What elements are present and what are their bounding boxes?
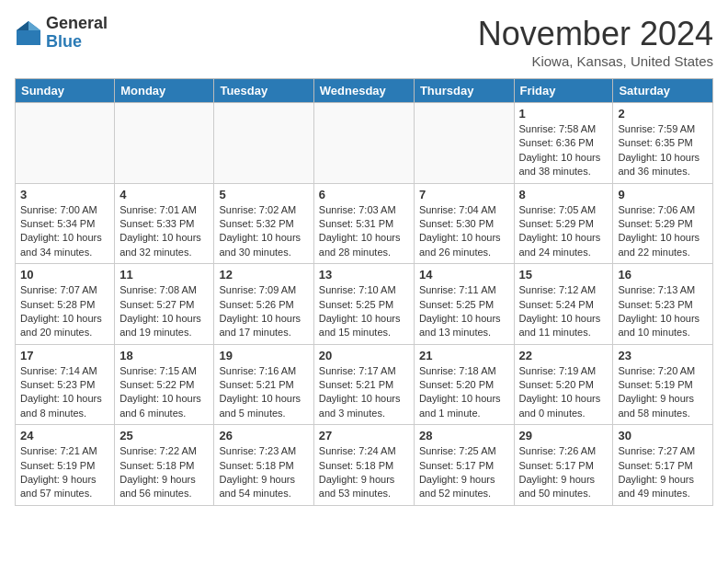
calendar-header-friday: Friday — [514, 79, 613, 103]
day-number: 15 — [519, 268, 609, 282]
day-number: 8 — [519, 188, 609, 201]
logo-icon — [15, 19, 42, 47]
calendar-header-tuesday: Tuesday — [214, 79, 313, 103]
calendar-week-row: 3Sunrise: 7:00 AMSunset: 5:34 PMDaylight… — [16, 183, 713, 264]
svg-marker-2 — [17, 21, 28, 30]
day-info: Sunrise: 7:26 AMSunset: 5:17 PMDaylight:… — [519, 444, 609, 501]
day-info: Sunrise: 7:05 AMSunset: 5:29 PMDaylight:… — [519, 203, 609, 260]
calendar-cell — [414, 103, 514, 184]
calendar-cell: 2Sunrise: 7:59 AMSunset: 6:35 PMDaylight… — [613, 103, 713, 184]
calendar-week-row: 17Sunrise: 7:14 AMSunset: 5:23 PMDayligh… — [16, 344, 713, 425]
calendar-header-row: SundayMondayTuesdayWednesdayThursdayFrid… — [16, 79, 713, 103]
day-info: Sunrise: 7:24 AMSunset: 5:18 PMDaylight:… — [319, 444, 409, 501]
calendar-cell: 18Sunrise: 7:15 AMSunset: 5:22 PMDayligh… — [115, 344, 214, 425]
calendar-table: SundayMondayTuesdayWednesdayThursdayFrid… — [15, 78, 713, 506]
day-number: 5 — [219, 188, 308, 201]
location: Kiowa, Kansas, United States — [478, 53, 713, 69]
day-info: Sunrise: 7:16 AMSunset: 5:21 PMDaylight:… — [219, 364, 308, 421]
calendar-cell: 17Sunrise: 7:14 AMSunset: 5:23 PMDayligh… — [16, 344, 115, 425]
calendar-cell: 24Sunrise: 7:21 AMSunset: 5:19 PMDayligh… — [16, 425, 115, 506]
day-info: Sunrise: 7:23 AMSunset: 5:18 PMDaylight:… — [219, 444, 308, 501]
calendar-cell: 19Sunrise: 7:16 AMSunset: 5:21 PMDayligh… — [214, 344, 313, 425]
day-number: 26 — [219, 429, 308, 442]
logo-blue: Blue — [46, 33, 108, 52]
calendar-week-row: 1Sunrise: 7:58 AMSunset: 6:36 PMDaylight… — [16, 103, 713, 184]
day-number: 7 — [419, 188, 509, 201]
calendar-cell: 7Sunrise: 7:04 AMSunset: 5:30 PMDaylight… — [414, 183, 514, 264]
day-number: 21 — [419, 349, 509, 362]
day-info: Sunrise: 7:10 AMSunset: 5:25 PMDaylight:… — [319, 283, 409, 340]
calendar-header-thursday: Thursday — [414, 79, 514, 103]
day-info: Sunrise: 7:27 AMSunset: 5:17 PMDaylight:… — [618, 444, 708, 501]
day-number: 25 — [119, 429, 209, 442]
calendar-cell: 27Sunrise: 7:24 AMSunset: 5:18 PMDayligh… — [313, 425, 414, 506]
day-number: 29 — [519, 429, 609, 442]
day-number: 11 — [119, 268, 209, 282]
calendar-header-saturday: Saturday — [613, 79, 713, 103]
day-number: 3 — [20, 188, 109, 201]
day-number: 14 — [419, 268, 509, 282]
calendar-week-row: 24Sunrise: 7:21 AMSunset: 5:19 PMDayligh… — [16, 425, 713, 506]
day-number: 13 — [319, 268, 409, 282]
calendar-cell — [214, 103, 313, 184]
logo-general: General — [46, 15, 108, 33]
day-number: 24 — [20, 429, 109, 442]
day-number: 12 — [219, 268, 308, 282]
day-info: Sunrise: 7:08 AMSunset: 5:27 PMDaylight:… — [119, 283, 209, 340]
calendar-cell: 1Sunrise: 7:58 AMSunset: 6:36 PMDaylight… — [514, 103, 613, 184]
calendar-cell: 29Sunrise: 7:26 AMSunset: 5:17 PMDayligh… — [514, 425, 613, 506]
day-number: 28 — [419, 429, 509, 442]
calendar-cell: 23Sunrise: 7:20 AMSunset: 5:19 PMDayligh… — [613, 344, 713, 425]
calendar-cell: 16Sunrise: 7:13 AMSunset: 5:23 PMDayligh… — [613, 264, 713, 345]
calendar-cell: 5Sunrise: 7:02 AMSunset: 5:32 PMDaylight… — [214, 183, 313, 264]
day-number: 20 — [319, 349, 409, 362]
day-info: Sunrise: 7:19 AMSunset: 5:20 PMDaylight:… — [519, 364, 609, 421]
day-info: Sunrise: 7:00 AMSunset: 5:34 PMDaylight:… — [20, 203, 109, 260]
calendar-cell: 10Sunrise: 7:07 AMSunset: 5:28 PMDayligh… — [16, 264, 115, 345]
day-info: Sunrise: 7:11 AMSunset: 5:25 PMDaylight:… — [419, 283, 509, 340]
calendar-cell: 4Sunrise: 7:01 AMSunset: 5:33 PMDaylight… — [115, 183, 214, 264]
day-info: Sunrise: 7:15 AMSunset: 5:22 PMDaylight:… — [119, 364, 209, 421]
day-info: Sunrise: 7:03 AMSunset: 5:31 PMDaylight:… — [319, 203, 409, 260]
calendar-cell: 12Sunrise: 7:09 AMSunset: 5:26 PMDayligh… — [214, 264, 313, 345]
day-info: Sunrise: 7:14 AMSunset: 5:23 PMDaylight:… — [20, 364, 109, 421]
calendar-cell: 11Sunrise: 7:08 AMSunset: 5:27 PMDayligh… — [115, 264, 214, 345]
calendar-cell: 14Sunrise: 7:11 AMSunset: 5:25 PMDayligh… — [414, 264, 514, 345]
day-info: Sunrise: 7:58 AMSunset: 6:36 PMDaylight:… — [519, 122, 609, 179]
day-info: Sunrise: 7:07 AMSunset: 5:28 PMDaylight:… — [20, 283, 109, 340]
page-header: General Blue November 2024 Kiowa, Kansas… — [15, 15, 713, 69]
day-info: Sunrise: 7:18 AMSunset: 5:20 PMDaylight:… — [419, 364, 509, 421]
day-info: Sunrise: 7:06 AMSunset: 5:29 PMDaylight:… — [618, 203, 708, 260]
day-number: 19 — [219, 349, 308, 362]
calendar-cell: 25Sunrise: 7:22 AMSunset: 5:18 PMDayligh… — [115, 425, 214, 506]
day-info: Sunrise: 7:09 AMSunset: 5:26 PMDaylight:… — [219, 283, 308, 340]
calendar-cell: 30Sunrise: 7:27 AMSunset: 5:17 PMDayligh… — [613, 425, 713, 506]
day-number: 22 — [519, 349, 609, 362]
calendar-header-wednesday: Wednesday — [313, 79, 414, 103]
day-number: 30 — [618, 429, 708, 442]
calendar-cell: 21Sunrise: 7:18 AMSunset: 5:20 PMDayligh… — [414, 344, 514, 425]
day-number: 2 — [618, 107, 708, 121]
svg-marker-1 — [28, 21, 40, 30]
month-title: November 2024 — [478, 15, 713, 53]
logo-text: General Blue — [46, 15, 108, 52]
day-info: Sunrise: 7:25 AMSunset: 5:17 PMDaylight:… — [419, 444, 509, 501]
calendar-cell: 9Sunrise: 7:06 AMSunset: 5:29 PMDaylight… — [613, 183, 713, 264]
day-number: 9 — [618, 188, 708, 201]
calendar-cell: 3Sunrise: 7:00 AMSunset: 5:34 PMDaylight… — [16, 183, 115, 264]
calendar-cell: 26Sunrise: 7:23 AMSunset: 5:18 PMDayligh… — [214, 425, 313, 506]
day-info: Sunrise: 7:04 AMSunset: 5:30 PMDaylight:… — [419, 203, 509, 260]
day-info: Sunrise: 7:13 AMSunset: 5:23 PMDaylight:… — [618, 283, 708, 340]
calendar-cell: 6Sunrise: 7:03 AMSunset: 5:31 PMDaylight… — [313, 183, 414, 264]
day-number: 27 — [319, 429, 409, 442]
day-number: 10 — [20, 268, 109, 282]
calendar-header-sunday: Sunday — [16, 79, 115, 103]
logo: General Blue — [15, 15, 108, 52]
day-number: 16 — [618, 268, 708, 282]
calendar-cell: 22Sunrise: 7:19 AMSunset: 5:20 PMDayligh… — [514, 344, 613, 425]
calendar-cell — [115, 103, 214, 184]
day-number: 6 — [319, 188, 409, 201]
calendar-cell: 8Sunrise: 7:05 AMSunset: 5:29 PMDaylight… — [514, 183, 613, 264]
day-info: Sunrise: 7:59 AMSunset: 6:35 PMDaylight:… — [618, 122, 708, 179]
day-number: 17 — [20, 349, 109, 362]
